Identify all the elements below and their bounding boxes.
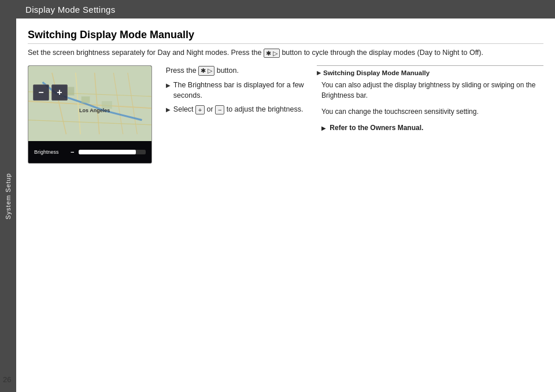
note-section: ▶ Switching Display Mode Manually You ca… (317, 65, 543, 133)
brightness-bar: Brightness − (28, 141, 151, 163)
main-content: Switching Display Mode Manually Set the … (16, 19, 555, 392)
right-column: ▶ Switching Display Mode Manually You ca… (317, 65, 543, 164)
note-body-1: You can also adjust the display brightne… (317, 80, 543, 101)
svg-line-3 (95, 73, 99, 134)
header-bar: Display Mode Settings (16, 0, 555, 19)
step-text-2: Select + or − to adjust the brightness. (173, 104, 304, 115)
step-text-1: The Brightness bar is displayed for a fe… (173, 80, 305, 102)
step-intro: Press the ✱ ▷ button. (166, 65, 305, 76)
step-arrow-1: ▶ (166, 81, 171, 90)
zoom-in-btn[interactable]: + (51, 84, 68, 101)
header-title: Display Mode Settings (25, 5, 116, 14)
svg-rect-9 (67, 87, 74, 95)
step-item-1: ▶ The Brightness bar is displayed for a … (166, 80, 305, 102)
two-col-layout: ⚙ Brightness settings ✱ ◁ ▷ (28, 65, 543, 164)
refer-text: ▶ Refer to the Owners Manual. (317, 123, 543, 133)
steps-section: Press the ✱ ▷ button. ▶ The Brightness b… (166, 65, 305, 118)
display-mode-button-icon: ✱ ▷ (264, 49, 280, 58)
step-button-icon: ✱ ▷ (198, 66, 214, 75)
intro-text-suffix: button to cycle through the display mode… (282, 49, 483, 57)
sidebar: System Setup (0, 0, 16, 392)
step-text-2-suffix: to adjust the brightness. (227, 105, 304, 113)
brightness-minus-icon[interactable]: − (71, 149, 74, 156)
svg-line-7 (28, 120, 151, 124)
brightness-label: Brightness (34, 149, 66, 155)
svg-rect-10 (82, 96, 90, 102)
step-item-2: ▶ Select + or − to adjust the brightness… (166, 104, 305, 115)
left-column: ⚙ Brightness settings ✱ ◁ ▷ (28, 65, 305, 164)
map-controls: − + (33, 84, 68, 101)
section-title: Switching Display Mode Manually (28, 29, 543, 44)
map-area: − + Los Angeles (28, 66, 151, 141)
svg-line-5 (128, 73, 137, 134)
brightness-track[interactable] (79, 150, 145, 154)
brightness-fill (79, 150, 135, 154)
note-header: ▶ Switching Display Mode Manually (317, 69, 543, 76)
intro-text: Set the screen brightness separately for… (28, 47, 543, 58)
zoom-out-btn[interactable]: − (33, 84, 49, 101)
minus-btn-icon: − (215, 105, 224, 114)
plus-btn-icon: + (195, 105, 205, 114)
sidebar-label: System Setup (5, 173, 12, 219)
intro-text-main: Set the screen brightness separately for… (28, 49, 261, 57)
refer-icon: ▶ (321, 125, 326, 131)
note-header-icon: ▶ (317, 70, 321, 76)
svg-line-4 (113, 73, 123, 134)
step-text-2-mid: or (207, 105, 213, 113)
city-label: Los Angeles (79, 108, 110, 113)
ui-screenshot: ⚙ Brightness settings ✱ ◁ ▷ (28, 65, 152, 164)
note-header-text: Switching Display Mode Manually (323, 69, 430, 76)
step-arrow-2: ▶ (166, 105, 171, 114)
refer-bold-text: Refer to the Owners Manual. (330, 124, 423, 132)
note-body-2: You can change the touchscreen sensitivi… (317, 106, 543, 117)
step-intro-mid: button. (217, 66, 239, 75)
step-intro-text: Press the (166, 66, 197, 75)
step-text-2-prefix: Select (173, 105, 194, 113)
page-number: 26 (3, 375, 11, 384)
screenshot-and-steps: ⚙ Brightness settings ✱ ◁ ▷ (28, 65, 305, 164)
